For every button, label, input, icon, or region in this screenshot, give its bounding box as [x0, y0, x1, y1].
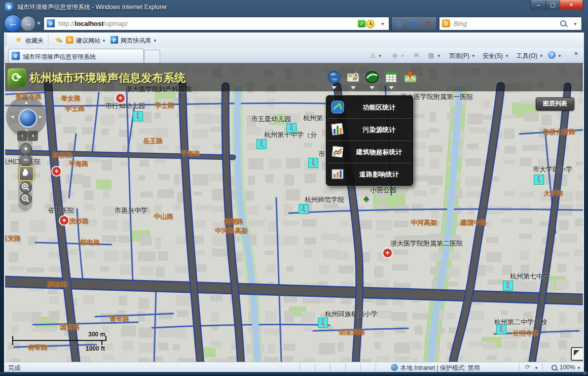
road-label: 岳王路 [143, 137, 163, 145]
chevron-down-icon[interactable]: ▼ [558, 54, 562, 58]
url-dropdown-icon[interactable]: ▼ [381, 22, 385, 26]
noise-sensor-icon[interactable]: ξ [318, 318, 328, 328]
green-globe-icon[interactable] [365, 70, 379, 84]
maximize-button[interactable]: ▢ [545, 0, 560, 10]
pan-east-icon[interactable]: ► [38, 114, 43, 119]
building-exceedance-stats-icon [331, 145, 344, 158]
status-text: 完成 [8, 364, 20, 372]
statistics-table-icon[interactable] [384, 70, 398, 84]
poi-label: 浙大医学院附属第二医院 [390, 240, 463, 247]
chevron-down-icon[interactable]: ▼ [577, 366, 581, 370]
map-compass-icon[interactable] [346, 70, 360, 84]
mail-icon[interactable]: ✉ [414, 52, 419, 59]
layer-list-button[interactable]: 图层列表 [536, 97, 574, 111]
window-title: 城市环境噪声信息管理系统 - Windows Internet Explorer [17, 3, 167, 12]
url-text: http://localhost/upmap/ [58, 20, 128, 27]
close-button[interactable]: × [560, 0, 583, 10]
poi-label: 市惠兴中学 [115, 207, 148, 214]
divider [48, 35, 49, 46]
zoom-in-button[interactable]: + [20, 143, 32, 155]
url-field[interactable]: e http://localhost/upmap/ ✓ ▼ [44, 17, 389, 30]
safety-menu[interactable]: 安全(S) [483, 52, 503, 60]
search-box[interactable]: b Bing ▼ [439, 17, 582, 30]
menu-item-road-impact-stats[interactable]: 道路影响统计 [326, 163, 413, 185]
help-icon[interactable]: ? [548, 51, 556, 59]
tools-menu[interactable]: 工具(O) [517, 52, 537, 60]
noise-sensor-icon[interactable]: ξ [133, 111, 143, 121]
page-menu[interactable]: 页面(P) [449, 52, 469, 60]
zoom-level-text[interactable]: 100% [560, 364, 575, 371]
print-icon[interactable]: ▤ [428, 52, 434, 59]
map-pin-icon[interactable] [403, 70, 418, 84]
favorites-button[interactable]: 收藏夹 [25, 37, 44, 45]
functional-zone-stats-icon [331, 100, 344, 114]
noise-sensor-icon[interactable]: ξ [496, 324, 506, 334]
search-icon[interactable] [560, 20, 566, 26]
page-icon: e [47, 19, 55, 27]
rss-feed-icon[interactable]: ◉ [392, 52, 397, 59]
globe-center-icon[interactable] [18, 109, 38, 128]
road-impact-stats-icon [331, 167, 344, 181]
back-button[interactable]: ← [4, 15, 22, 32]
forward-button[interactable]: → [20, 16, 36, 31]
history-dropdown-icon[interactable]: ▼ [36, 21, 41, 26]
menu-item-pollution-source-stats[interactable]: 污染源统计 [326, 118, 413, 141]
pan-west-icon[interactable]: ◄ [10, 114, 15, 119]
road-label: 候潮路 [224, 218, 243, 225]
home-dropdown-icon[interactable]: ▼ [378, 54, 382, 58]
scale-tick [105, 336, 106, 341]
road-label: 学士路 [155, 101, 174, 109]
noise-sensor-icon[interactable]: ξ [503, 281, 513, 291]
pan-hand-tool[interactable] [19, 166, 34, 181]
zoom-out-box-tool[interactable] [20, 193, 32, 205]
chevron-down-icon[interactable]: ▼ [471, 54, 475, 58]
app-title: 杭州城市环境噪声信息发布系统 [29, 71, 186, 86]
stop-icon[interactable]: × [421, 18, 434, 29]
ie-logo-icon: e [5, 3, 14, 11]
web-slice-gallery-button[interactable]: 网页快讯库 [121, 37, 151, 45]
noise-sensor-icon[interactable]: ξ [299, 204, 309, 214]
chevron-down-icon [389, 86, 394, 89]
suggested-sites-button[interactable]: 建议网站 [76, 37, 100, 45]
chevron-down-icon[interactable]: ▼ [505, 54, 509, 58]
noise-sensor-icon[interactable]: ξ [534, 175, 544, 185]
home-icon[interactable]: ⌂ [371, 51, 375, 59]
add-favorite-icon[interactable]: ★➤ [55, 35, 61, 44]
poi-label: 省中医院 [48, 207, 74, 214]
road-label: 大学路 [543, 189, 563, 197]
noise-sensor-icon[interactable]: ξ [308, 158, 318, 168]
chevron-down-icon[interactable]: ▼ [102, 39, 106, 43]
globe-icon[interactable] [327, 70, 341, 84]
compatibility-view-icon[interactable]: ▦ [392, 18, 406, 29]
search-dropdown-icon[interactable]: ▼ [573, 22, 577, 26]
resize-grip[interactable]: ⠿ [583, 371, 586, 376]
menu-item-building-exceedance-stats[interactable]: 建筑物超标统计 [326, 141, 413, 163]
scale-tick [12, 336, 13, 345]
park-tree-icon: ♣ [363, 194, 369, 204]
tab-title: 城市环境噪声信息管理系统 [23, 53, 96, 61]
zoom-out-button[interactable]: − [20, 154, 32, 166]
minimize-button[interactable]: – [531, 0, 546, 10]
chevron-down-icon[interactable]: ▼ [534, 366, 538, 370]
chevron-down-icon[interactable]: ▼ [539, 54, 543, 58]
road-label: 邮电路 [80, 238, 100, 246]
address-buttons: ▦ ⇆ × [391, 16, 437, 31]
chevron-down-icon[interactable]: ▼ [153, 39, 157, 43]
inprivate-filter-icon[interactable]: ⟳ [525, 363, 530, 370]
hospital-icon: + [59, 215, 69, 226]
chevron-down-icon [351, 86, 356, 89]
new-tab-button[interactable] [144, 50, 160, 63]
zoom-level-icon [552, 365, 557, 370]
overview-map-toggle[interactable] [571, 347, 583, 361]
overflow-chevron-icon[interactable]: » [574, 50, 578, 57]
noise-sensor-icon[interactable]: ξ [286, 123, 297, 133]
noise-sensor-icon[interactable]: ξ [256, 139, 267, 149]
active-tab[interactable]: e 城市环境噪声信息管理系统 [8, 49, 144, 63]
zoom-in-box-tool[interactable] [20, 181, 32, 193]
menu-item-functional-zone-stats[interactable]: 功能区统计 [326, 96, 413, 118]
refresh-icon[interactable]: ⇆ [407, 18, 420, 29]
print-dropdown-icon[interactable]: ▼ [437, 54, 441, 58]
pollution-source-stats-icon [331, 123, 344, 136]
road-label: 延安路 [5, 234, 21, 242]
pan-north-icon[interactable]: ▲ [24, 99, 29, 105]
